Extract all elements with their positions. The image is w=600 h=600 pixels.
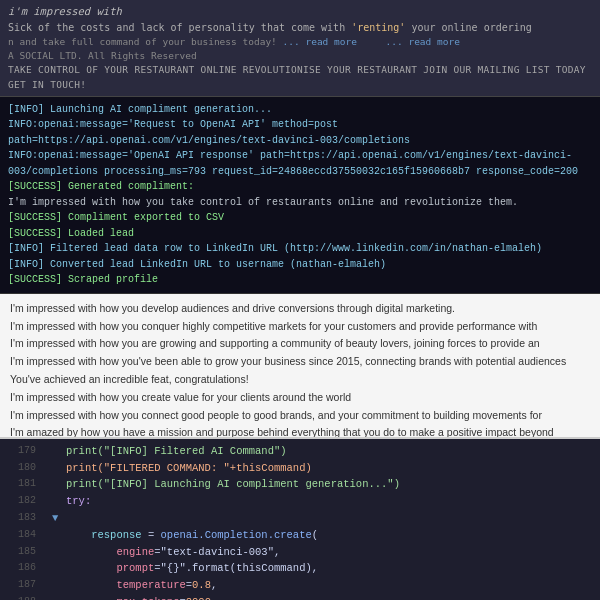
read-more-2[interactable]: ... read more [386,36,460,47]
code-editor: 179print("[INFO] Filtered AI Command")18… [0,439,600,600]
log-line: [SUCCESS] Compliment exported to CSV [8,210,592,226]
compliment-line: I'm impressed with how you connect good … [10,407,590,424]
read-more-1[interactable]: ... read more [283,36,357,47]
code-line: 182try: [0,493,600,510]
log-area: [INFO] Launching AI compliment generatio… [0,97,600,294]
top-banner: i'm impressed with Sick of the costs and… [0,0,600,97]
banner-line3: n and take full command of your business… [8,35,592,49]
banner-pre: Sick of the costs and lack of personalit… [8,22,351,33]
code-line: 185 engine="text-davinci-003", [0,544,600,561]
compliment-line: I'm impressed with how you've been able … [10,353,590,370]
banner-copyright: A SOCIAL LTD. All Rights Reserved [8,49,592,63]
log-line: [INFO] Filtered lead data row to LinkedI… [8,241,592,257]
banner-renting: 'renting' [351,22,405,33]
code-line: 181print("[INFO] Launching AI compliment… [0,476,600,493]
log-line: I'm impressed with how you take control … [8,195,592,211]
compliment-line: I'm impressed with how you conquer highl… [10,318,590,335]
banner-post: your online ordering [405,22,531,33]
banner-body: Sick of the costs and lack of personalit… [8,20,592,35]
code-line: 184 response = openai.Completion.create( [0,527,600,544]
compliment-line: I'm impressed with how you create value … [10,389,590,406]
compliment-line: I'm impressed with how you develop audie… [10,300,590,317]
code-line: 186 prompt="{}".format(thisCommand), [0,560,600,577]
log-line: [SUCCESS] Scraped profile [8,272,592,288]
code-line: 180print("FILTERED COMMAND: "+thisComman… [0,460,600,477]
compliment-line: You've achieved an incredible feat, cong… [10,371,590,388]
code-line: 188 max_tokens=2000, [0,594,600,600]
compliment-area: I'm impressed with how you develop audie… [0,294,600,439]
log-line: INFO:openai:message='Request to OpenAI A… [8,117,592,148]
log-line: INFO:openai:message='OpenAI API response… [8,148,592,179]
code-line: 187 temperature=0.8, [0,577,600,594]
log-line: [INFO] Launching AI compliment generatio… [8,102,592,118]
compliment-line: I'm impressed with how you are growing a… [10,335,590,352]
log-line: [SUCCESS] Generated compliment: [8,179,592,195]
code-line: 179print("[INFO] Filtered AI Command") [0,443,600,460]
banner-title: i'm impressed with [8,4,592,20]
banner-cta: TAKE CONTROL OF YOUR RESTAURANT ONLINE R… [8,63,592,92]
code-line: 183▼ [0,510,600,527]
log-line: [SUCCESS] Loaded lead [8,226,592,242]
log-line: [INFO] Converted lead LinkedIn URL to us… [8,257,592,273]
compliment-line: I'm amazed by how you have a mission and… [10,424,590,438]
